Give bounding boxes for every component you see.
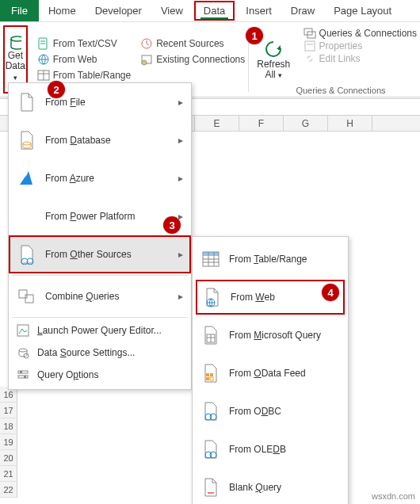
properties-button: Properties (304, 40, 417, 52)
submenu-from-odata[interactable]: From OData Feed (193, 354, 348, 392)
chevron-right-icon: ▸ (178, 291, 183, 302)
submenu-from-oledb[interactable]: From OLEDB (193, 430, 348, 468)
col-header[interactable]: H (328, 116, 372, 131)
callout-badge-2: 2 (48, 81, 65, 98)
svg-rect-37 (206, 373, 209, 376)
ms-query-icon (200, 324, 221, 346)
existing-connections-button[interactable]: Existing Connections (140, 53, 245, 66)
tab-data-label: Data (204, 5, 225, 17)
menu-data-source-settings[interactable]: Data Source Settings... (9, 342, 191, 364)
table-range-icon (200, 248, 221, 270)
row-header[interactable]: 22 (0, 482, 17, 498)
database-file-icon (17, 129, 37, 151)
queries-connections-button[interactable]: Queries & Connections (304, 27, 417, 40)
row-header[interactable]: 19 (0, 434, 17, 450)
col-header[interactable]: G (284, 116, 328, 131)
tab-home[interactable]: Home (39, 0, 86, 21)
menu-query-options[interactable]: Query Options (9, 364, 191, 386)
svg-rect-26 (24, 376, 26, 378)
chevron-right-icon: ▸ (178, 173, 183, 184)
odata-icon (200, 362, 221, 384)
tab-view[interactable]: View (151, 0, 193, 21)
database-cylinder-icon (9, 36, 21, 49)
svg-rect-39 (206, 377, 209, 380)
tab-data[interactable]: Data (194, 1, 235, 21)
menu-from-file[interactable]: From File ▸ (9, 83, 191, 121)
svg-point-21 (19, 349, 27, 352)
menu-separator (12, 275, 188, 276)
tab-active-indicator (200, 17, 228, 19)
callout-badge-4: 4 (322, 284, 339, 301)
refresh-all-label: Refresh All ▾ (255, 59, 292, 80)
options-icon (17, 368, 29, 381)
web-file-icon (202, 286, 223, 308)
file-icon (17, 91, 37, 113)
menu-separator (12, 317, 188, 318)
svg-point-10 (142, 60, 147, 65)
chevron-right-icon: ▸ (178, 97, 183, 108)
submenu-blank-query[interactable]: Blank Query (193, 468, 348, 504)
from-table-range-button[interactable]: From Table/Range (37, 69, 132, 82)
settings-icon (17, 346, 29, 359)
get-data-menu: From File ▸ From Database ▸ From Azure ▸… (8, 82, 192, 390)
chevron-right-icon: ▸ (178, 135, 183, 146)
odbc-icon (200, 400, 221, 422)
properties-icon (304, 40, 316, 52)
col-header[interactable]: E (195, 116, 239, 131)
tab-developer[interactable]: Developer (86, 0, 151, 21)
row-header[interactable]: 20 (0, 450, 17, 466)
menu-from-database[interactable]: From Database ▸ (9, 121, 191, 159)
menu-from-other-sources[interactable]: From Other Sources ▸ (9, 235, 191, 273)
row-header[interactable]: 18 (0, 418, 17, 434)
tab-insert[interactable]: Insert (236, 0, 281, 21)
submenu-from-table-range[interactable]: From Table/Range (193, 240, 348, 278)
row-header[interactable]: 21 (0, 466, 17, 482)
submenu-from-odbc[interactable]: From ODBC (193, 392, 348, 430)
svg-rect-24 (18, 376, 28, 378)
chevron-right-icon: ▸ (178, 249, 183, 260)
edit-links-button: Edit Links (304, 52, 417, 65)
refresh-icon (263, 39, 284, 59)
svg-rect-28 (203, 252, 219, 256)
callout-badge-1: 1 (246, 27, 263, 44)
svg-rect-13 (305, 41, 315, 51)
callout-badge-3: 3 (163, 216, 181, 234)
other-sources-icon (17, 243, 37, 265)
connections-icon (304, 27, 316, 40)
from-web-button[interactable]: From Web (37, 53, 132, 66)
menu-from-azure[interactable]: From Azure ▸ (9, 159, 191, 197)
submenu-from-ms-query[interactable]: From Microsoft Query (193, 316, 348, 354)
connection-icon (140, 53, 153, 66)
from-other-sources-submenu: From Table/Range From Web From Microsoft… (192, 236, 349, 504)
ribbon-tabs: File Home Developer View Data Insert Dra… (0, 0, 420, 22)
pq-editor-icon (17, 324, 29, 337)
link-icon (304, 52, 316, 65)
menu-combine-queries[interactable]: Combine Queries ▸ (9, 277, 191, 315)
get-data-label: Get Data ▾ (5, 51, 26, 82)
from-text-csv-button[interactable]: From Text/CSV (37, 37, 132, 50)
text-file-icon (37, 37, 50, 50)
row-header[interactable]: 17 (0, 403, 17, 418)
table-icon (37, 69, 50, 82)
oledb-icon (200, 438, 221, 460)
blank-icon (17, 205, 37, 227)
blank-query-icon (200, 476, 221, 498)
ribbon-group-label: Queries & Connections (269, 86, 412, 95)
azure-icon (17, 167, 37, 189)
globe-icon (37, 53, 50, 66)
clock-icon (140, 37, 153, 50)
combine-icon (17, 285, 37, 307)
tab-draw[interactable]: Draw (281, 0, 324, 21)
svg-point-0 (11, 36, 21, 41)
svg-rect-25 (20, 371, 22, 373)
col-header[interactable]: F (239, 116, 284, 131)
tab-file[interactable]: File (0, 0, 39, 21)
recent-sources-button[interactable]: Recent Sources (140, 37, 245, 50)
svg-rect-38 (210, 373, 213, 376)
menu-launch-pq-editor[interactable]: Launch Power Query Editor... (9, 319, 191, 342)
menu-from-power-platform[interactable]: From Power Platform ▸ (9, 197, 191, 235)
tab-page-layout[interactable]: Page Layout (324, 0, 401, 21)
svg-rect-23 (18, 371, 28, 373)
watermark: wsxdn.com (372, 491, 415, 501)
